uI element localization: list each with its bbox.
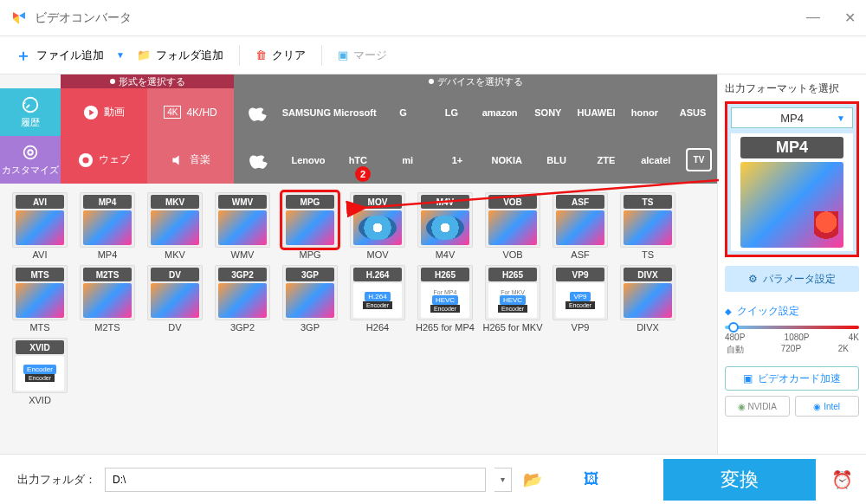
add-folder-button[interactable]: 📁 フォルダ追加	[128, 42, 232, 68]
svg-point-9	[82, 157, 88, 163]
tab-history[interactable]: 履歴	[0, 88, 61, 136]
snapshot-folder-button[interactable]: 🖼	[579, 468, 604, 492]
add-file-button[interactable]: ＋ ファイル追加	[7, 40, 113, 71]
brand-1+[interactable]: 1+	[432, 136, 481, 184]
format-label: VOB	[502, 249, 522, 260]
output-folder-input[interactable]	[105, 468, 486, 492]
format-label: DIVX	[637, 322, 659, 333]
schedule-button[interactable]: ⏰	[824, 469, 859, 490]
format-xvid[interactable]: XVIDEncoderEncoderXVID	[9, 338, 71, 405]
format-label: XVID	[29, 395, 51, 405]
format-label: VP9	[572, 322, 590, 333]
brand-alcatel[interactable]: alcatel	[631, 136, 681, 184]
gpu-nvidia[interactable]: ◉ NVIDIA	[725, 396, 790, 417]
brand-samsung[interactable]: SAMSUNG	[282, 88, 331, 136]
brand-apple[interactable]	[234, 88, 282, 136]
format-label: TS	[642, 249, 654, 260]
brand-mi[interactable]: mi	[383, 136, 432, 184]
minimize-button[interactable]: —	[806, 10, 820, 26]
brand-blu[interactable]: BLU	[532, 136, 581, 184]
history-icon	[21, 95, 40, 114]
gear-icon	[21, 143, 40, 162]
type-music[interactable]: 音楽	[147, 136, 234, 184]
brand-honor[interactable]: honor	[620, 88, 669, 136]
format-mov[interactable]: MOVMOV	[346, 192, 409, 260]
brand-tv[interactable]: TV	[686, 148, 712, 171]
svg-marker-1	[19, 12, 25, 19]
annotation-badge: 2	[355, 166, 371, 182]
tab-customize[interactable]: カスタマイズ	[0, 136, 61, 184]
add-folder-label: フォルダ追加	[156, 48, 223, 63]
format-asf[interactable]: ASFASF	[549, 192, 611, 260]
chrome-icon	[78, 152, 94, 168]
add-file-label: ファイル追加	[36, 48, 104, 63]
brand-huawei[interactable]: HUAWEI	[572, 88, 621, 136]
format-dv[interactable]: DVDV	[144, 265, 206, 333]
merge-icon: ▣	[338, 48, 348, 61]
format-avi[interactable]: AVIAVI	[9, 192, 71, 260]
format-wmv[interactable]: WMVWMV	[211, 192, 274, 260]
brand-apple[interactable]	[234, 136, 283, 184]
format-label: 3GP2	[230, 322, 255, 333]
format-3gp2[interactable]: 3GP23GP2	[211, 265, 274, 333]
brand-sony[interactable]: SONY	[524, 88, 572, 136]
output-format-select[interactable]: MP4	[731, 107, 853, 128]
format-label: H265 for MP4	[416, 322, 475, 333]
format-h265-for-mp4[interactable]: H265For MP4HEVCEncoderH265 for MP4	[414, 265, 476, 333]
format-mkv[interactable]: MKVMKV	[144, 192, 206, 260]
gpu-accel-button[interactable]: ▣ ビデオカード加速	[725, 366, 859, 391]
brand-lg[interactable]: LG	[427, 88, 475, 136]
brand-nokia[interactable]: NOKIA	[482, 136, 532, 184]
tab-select-format[interactable]: 形式を選択する	[61, 74, 234, 88]
format-label: MPG	[299, 249, 320, 260]
play-icon	[83, 105, 99, 120]
format-label: ASF	[571, 249, 589, 260]
tab-select-device[interactable]: デバイスを選択する	[234, 74, 717, 88]
format-mpg[interactable]: MPGMPG	[279, 192, 341, 260]
add-file-dropdown-icon[interactable]: ▼	[116, 50, 125, 60]
app-logo-icon	[10, 10, 28, 27]
gpu-intel[interactable]: ◉ Intel	[795, 396, 860, 417]
format-vp9[interactable]: VP9VP9EncoderVP9	[549, 265, 611, 333]
brand-lenovo[interactable]: Lenovo	[283, 136, 333, 184]
format-mts[interactable]: MTSMTS	[9, 265, 71, 333]
open-folder-button[interactable]: 📂	[520, 468, 545, 492]
parameter-settings-button[interactable]: ⚙ パラメータ設定	[725, 266, 859, 292]
format-h264[interactable]: H.264H.264EncoderH264	[346, 265, 409, 333]
format-mp4[interactable]: MP4MP4	[76, 192, 139, 260]
format-m4v[interactable]: M4VM4V	[414, 192, 476, 260]
brand-asus[interactable]: ASUS	[669, 88, 717, 136]
output-preview-image: MP4	[731, 133, 853, 251]
format-m2ts[interactable]: M2TSM2TS	[76, 265, 139, 333]
resolution-slider[interactable]	[725, 326, 859, 329]
format-label: M4V	[436, 249, 456, 260]
format-3gp[interactable]: 3GP3GP	[279, 265, 341, 333]
bottom-bar: 出力フォルダ： ▾ 📂 🖼 変換 ⏰	[0, 454, 866, 504]
close-button[interactable]: ✕	[844, 10, 856, 26]
format-h265-for-mkv[interactable]: H265For MKVHEVCEncoderH265 for MKV	[481, 265, 544, 333]
output-folder-label: 出力フォルダ：	[17, 472, 96, 488]
trash-icon: 🗑	[255, 48, 267, 61]
type-web[interactable]: ウェブ	[61, 136, 147, 184]
clear-label: クリア	[272, 48, 306, 63]
type-4k[interactable]: 4K 4K/HD	[147, 88, 234, 136]
svg-point-3	[23, 98, 38, 113]
toolbar: ＋ ファイル追加 ▼ 📁 フォルダ追加 🗑 クリア ▣ マージ	[0, 36, 866, 74]
format-label: H265 for MKV	[482, 322, 542, 333]
format-ts[interactable]: TSTS	[617, 192, 679, 260]
type-video[interactable]: 動画	[61, 88, 147, 136]
brand-microsoft[interactable]: Microsoft	[331, 88, 379, 136]
plus-icon: ＋	[16, 45, 31, 66]
format-divx[interactable]: DIVXDIVX	[617, 265, 679, 333]
svg-point-4	[24, 146, 37, 159]
output-folder-dropdown[interactable]: ▾	[494, 468, 512, 492]
brand-g[interactable]: G	[379, 88, 428, 136]
brand-amazon[interactable]: amazon	[475, 88, 524, 136]
format-vob[interactable]: VOBVOB	[481, 192, 544, 260]
merge-button[interactable]: ▣ マージ	[329, 42, 396, 68]
format-label: DV	[168, 322, 181, 333]
clear-button[interactable]: 🗑 クリア	[247, 42, 314, 68]
format-label: MKV	[165, 249, 185, 260]
convert-button[interactable]: 変換	[663, 459, 816, 501]
brand-zte[interactable]: ZTE	[581, 136, 630, 184]
